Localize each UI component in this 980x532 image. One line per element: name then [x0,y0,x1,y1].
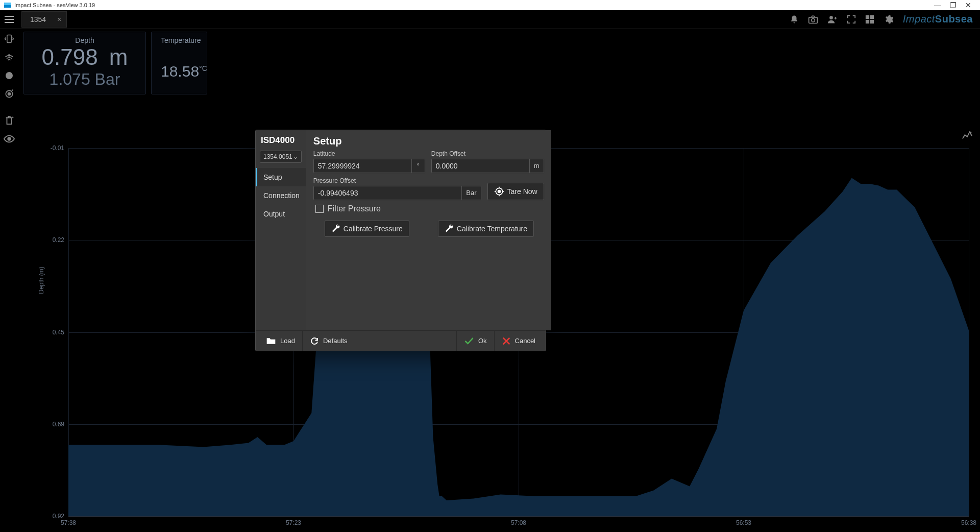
svg-rect-7 [7,35,11,43]
refresh-icon [310,336,319,346]
temperature-card-title: Temperature [161,36,198,44]
target-icon[interactable] [4,89,14,101]
x-tick: 57:08 [511,519,526,526]
target-icon [494,186,504,197]
wrench-icon [445,224,454,233]
svg-rect-6 [870,19,874,23]
load-button[interactable]: Load [260,335,301,347]
chart-settings-icon[interactable] [962,131,973,143]
y-tick: 0.92 [53,513,64,520]
tab-label: 1354 [30,15,46,23]
app-root: 1354 × ImpactSubsea Depth [0,10,980,532]
svg-point-12 [8,137,11,140]
y-tick: 0.22 [53,236,64,244]
bell-icon[interactable] [790,15,799,24]
window-close-button[interactable]: ✕ [961,1,976,9]
x-tick: 56:38 [961,519,976,526]
check-icon [464,337,474,345]
svg-point-1 [811,18,815,22]
dialog-model-title: ISD4000 [256,130,306,149]
main-view: Depth 0.798 m 1.075 Bar Temperature 18.5… [18,29,980,532]
window-minimize-button[interactable]: — [930,1,945,9]
pressure-value: 1.075 Bar [33,70,136,89]
pressure-offset-input[interactable] [313,186,462,200]
svg-point-9 [6,72,13,79]
camera-icon[interactable] [808,15,818,24]
depth-offset-label: Depth Offset [431,150,544,157]
side-rail [0,29,18,532]
hamburger-menu-button[interactable] [0,10,18,29]
window-title: Impact Subsea - seaView 3.0.19 [14,2,95,8]
svg-point-2 [829,16,833,19]
close-icon [502,336,511,346]
dialog-footer: Load Defaults Ok [256,330,546,351]
calibrate-temperature-button[interactable]: Calibrate Temperature [438,221,534,237]
latitude-label: Latitude [313,150,425,157]
temperature-card[interactable]: Temperature 18.58°C [151,32,207,94]
filter-pressure-label: Filter Pressure [328,204,381,213]
x-tick: 57:23 [286,519,301,526]
depth-offset-input[interactable] [431,159,530,173]
svg-rect-8 [8,54,10,56]
depth-value: 0.798 m [33,44,136,70]
svg-rect-3 [866,15,869,18]
gear-icon[interactable] [884,14,894,25]
x-tick: 57:38 [61,519,76,526]
y-tick: -0.01 [51,144,64,152]
depth-card-title: Depth [33,36,136,44]
device-select[interactable]: 1354.0051 ⌄ [260,151,302,163]
trash-icon[interactable] [5,115,14,128]
depth-offset-unit: m [530,159,544,173]
eye-icon[interactable] [4,135,15,145]
defaults-button[interactable]: Defaults [304,334,354,348]
filter-pressure-checkbox[interactable] [315,205,324,213]
window-maximize-button[interactable]: ❐ [945,1,961,9]
dialog-nav-setup[interactable]: Setup [256,168,306,186]
ok-button[interactable]: Ok [458,335,493,347]
tab-device[interactable]: 1354 × [21,11,67,28]
pressure-offset-unit: Bar [462,186,481,200]
wifi-icon[interactable] [4,53,14,64]
y-axis-label: Depth (m) [38,267,45,294]
topbar: 1354 × ImpactSubsea [0,10,980,29]
device-select-value: 1354.0051 [263,153,292,160]
tare-now-button[interactable]: Tare Now [487,183,544,200]
dashboard-icon[interactable] [865,15,874,24]
chevron-down-icon: ⌄ [293,153,298,160]
window-titlebar: Impact Subsea - seaView 3.0.19 — ❐ ✕ [0,0,980,10]
x-tick: 56:53 [736,519,751,526]
latitude-input[interactable] [313,159,412,173]
calibrate-pressure-button[interactable]: Calibrate Pressure [325,221,409,237]
depth-card[interactable]: Depth 0.798 m 1.075 Bar [23,32,146,94]
settings-dialog: ISD4000 1354.0051 ⌄ Setup Connection Out… [255,130,546,351]
svg-rect-4 [870,15,874,18]
cancel-button[interactable]: Cancel [496,334,542,348]
svg-rect-5 [866,19,869,23]
folder-icon [266,337,276,345]
app-icon [4,3,11,8]
y-tick: 0.69 [53,421,64,428]
latitude-unit: ° [412,159,425,173]
dialog-nav-output[interactable]: Output [256,205,306,223]
temperature-value: 18.58°C [161,63,198,80]
svg-point-11 [8,93,11,95]
dialog-panel-title: Setup [313,135,544,147]
record-icon[interactable] [5,71,13,82]
brand-logo: ImpactSubsea [903,13,973,25]
metric-cards: Depth 0.798 m 1.075 Bar Temperature 18.5… [23,32,207,94]
pressure-offset-label: Pressure Offset [313,177,481,184]
y-tick: 0.45 [53,329,64,336]
svg-point-16 [498,190,500,193]
user-add-icon[interactable] [827,15,838,24]
tab-close-icon[interactable]: × [57,15,61,23]
wrench-icon [331,224,340,233]
dialog-content: Setup Latitude ° Depth Offset [306,130,551,330]
dialog-sidebar: ISD4000 1354.0051 ⌄ Setup Connection Out… [256,130,306,330]
device-swap-icon[interactable] [4,34,14,46]
dialog-nav-connection[interactable]: Connection [256,186,306,205]
fullscreen-icon[interactable] [847,15,856,24]
